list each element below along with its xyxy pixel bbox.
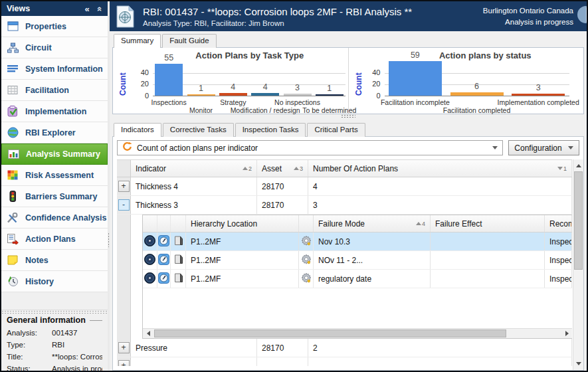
hierarchy-location-cell: P1..2MF xyxy=(186,251,299,269)
tab-corrective-tasks[interactable]: Corrective Tasks xyxy=(163,123,234,137)
expand-row-button[interactable]: + xyxy=(118,360,130,366)
sort-indicator: 3 xyxy=(291,165,303,172)
column-header-failure-effect[interactable]: Failure Effect xyxy=(431,215,545,232)
scroll-left-icon[interactable] xyxy=(143,329,153,338)
sidebar-item-barriers-summary[interactable]: Barriers Summary xyxy=(1,186,108,207)
tab-indicators[interactable]: Indicators xyxy=(114,123,161,137)
tab-inspection-tasks[interactable]: Inspection Tasks xyxy=(235,123,306,137)
sidebar-item-analysis-summary[interactable]: Analysis Summary xyxy=(1,143,108,165)
table-row[interactable]: -Thickness 3281703 xyxy=(117,196,572,215)
table-cell: Thickness 4 xyxy=(131,177,257,195)
sidebar-item-rbi-explorer[interactable]: RBI Explorer xyxy=(1,122,108,143)
column-header-label: Hierarchy Location xyxy=(191,219,257,229)
vertical-scrollbar[interactable] xyxy=(573,159,583,370)
chart-task-type: Action Plans by Task TypeCount0204055Ins… xyxy=(113,48,348,114)
sidebar-empty-area xyxy=(1,292,108,310)
column-header-label: Recomme xyxy=(549,219,572,229)
tab-critical-parts[interactable]: Critical Parts xyxy=(307,123,365,137)
history-clock-icon xyxy=(6,276,19,288)
sidebar-item-label: RBI Explorer xyxy=(25,128,76,138)
sidebar-item-risk-assessment[interactable]: Risk Assessment xyxy=(1,165,108,186)
indicator-filter-combobox[interactable]: Count of action plans per indicator xyxy=(117,140,503,155)
category-label: Facilitation completed xyxy=(443,106,511,114)
sidebar-item-circuit[interactable]: Circuit xyxy=(1,37,108,58)
column-header-recomme[interactable]: Recomme xyxy=(545,215,572,232)
sidebar-item-confidence-analysis[interactable]: Confidence Analysis xyxy=(1,207,108,229)
scroll-up-icon[interactable] xyxy=(573,160,583,171)
recommendation-cell: Inspection xyxy=(545,251,572,269)
horizontal-scrollbar-thumb[interactable] xyxy=(154,329,506,337)
filter-value: Count of action plans per indicator xyxy=(137,143,488,153)
tools-icon xyxy=(6,212,19,224)
expand-row-button[interactable]: + xyxy=(118,181,130,192)
row-gutter xyxy=(117,160,131,177)
configuration-button[interactable]: Configuration xyxy=(508,140,579,155)
vertical-scrollbar-thumb[interactable] xyxy=(574,171,583,270)
sidebar-item-label: Properties xyxy=(25,22,66,31)
table-cell: Thickness 3 xyxy=(131,196,257,214)
table-cell: 28170 xyxy=(257,339,308,357)
header-location: Burlington Ontario Canada xyxy=(483,5,573,16)
scroll-right-icon[interactable] xyxy=(561,329,572,338)
column-header-label: Failure Mode xyxy=(318,219,365,229)
table-icon xyxy=(6,84,19,96)
sidebar-item-action-plans[interactable]: Action Plans xyxy=(1,229,108,250)
column-header-hierarchy-location[interactable]: Hierarchy Location xyxy=(186,215,299,232)
subtable-icon-column-header xyxy=(157,215,171,232)
expand-row-button[interactable]: + xyxy=(118,342,130,353)
collapse-row-button[interactable]: - xyxy=(118,199,130,211)
gear-icon xyxy=(301,254,312,266)
sidebar-item-label: History xyxy=(25,277,54,286)
sidebar-item-label: Barriers Summary xyxy=(25,192,97,201)
column-header-indicator[interactable]: Indicator2 xyxy=(131,160,257,177)
sidebar-item-system-information[interactable]: System Information xyxy=(1,58,108,80)
sidebar-item-history[interactable]: History xyxy=(1,271,108,292)
column-header-asset[interactable]: Asset3 xyxy=(257,160,308,177)
subtable-icon-column-header xyxy=(171,215,186,232)
subtable-row[interactable]: P1..2MFNov 10.3Inspection xyxy=(143,232,572,251)
page-flip-icon xyxy=(173,254,183,266)
main-area: RBI: 001437 - **loops: Corrosion loops 2… xyxy=(110,1,587,371)
subtable-row[interactable]: P1..2MFNOv 11 - 2...Inspection xyxy=(143,251,572,270)
table-row[interactable]: +Pressure281702 xyxy=(117,339,572,357)
scroll-down-icon[interactable] xyxy=(573,358,583,369)
column-header-failure-mode[interactable]: Failure Mode4 xyxy=(314,215,431,232)
collapse-left-icon[interactable]: « xyxy=(85,5,90,13)
row-gutter: - xyxy=(117,196,131,214)
column-header-number-of-action-plans[interactable]: Number Of Action Plans1 xyxy=(308,160,572,177)
subtable-indent xyxy=(131,215,142,339)
chart-title: Action plans by status xyxy=(349,50,584,60)
sidebar-item-facilitation[interactable]: Facilitation xyxy=(1,80,108,101)
subtable-row[interactable]: P1..2MFregulatory dateInspection xyxy=(143,270,572,288)
charts-grid-splitter[interactable] xyxy=(112,114,584,120)
bar-strategy xyxy=(219,93,247,96)
y-tick-label: 40 xyxy=(362,68,381,76)
y-tick-label: 20 xyxy=(130,80,149,88)
tab-summary[interactable]: Summary xyxy=(114,34,161,48)
sidebar-item-properties[interactable]: Properties xyxy=(1,16,108,37)
failure-mode-cell: Nov 10.3 xyxy=(314,232,431,250)
subtable-wrapper: Hierarchy LocationFailure Mode4Failure E… xyxy=(117,215,572,339)
traffic-light-icon xyxy=(6,191,19,203)
chart-title: Action Plans by Task Type xyxy=(113,50,348,60)
bar-value-label: 4 xyxy=(231,82,235,92)
tab-fault-guide[interactable]: Fault Guide xyxy=(162,34,216,48)
info-label: Analysis: xyxy=(7,329,52,337)
table-row[interactable]: +Thickness 4281704 xyxy=(117,177,572,196)
sidebar-item-implementation[interactable]: Implementation xyxy=(1,101,108,122)
info-value: **loops: Corrosion loops 2MF xyxy=(52,353,102,361)
column-header-label: Number Of Action Plans xyxy=(313,164,398,173)
failure-mode-cell: regulatory date xyxy=(314,270,431,288)
sidebar-item-notes[interactable]: Notes xyxy=(1,250,108,271)
category-label: Facilitation incomplete xyxy=(381,98,450,106)
sidebar-vertical-splitter[interactable] xyxy=(108,1,110,371)
column-header-icon[interactable] xyxy=(299,215,314,232)
partial-table-row: + xyxy=(117,357,572,366)
bar-value-label: 6 xyxy=(474,82,479,91)
general-info-row: Analysis:001437 xyxy=(7,329,102,337)
bar-no-inspections xyxy=(284,94,312,96)
horizontal-scrollbar[interactable] xyxy=(143,328,572,338)
info-value: 001437 xyxy=(52,329,102,337)
collapse-up-icon[interactable]: « xyxy=(96,6,104,11)
sort-indicator: 2 xyxy=(240,165,252,172)
